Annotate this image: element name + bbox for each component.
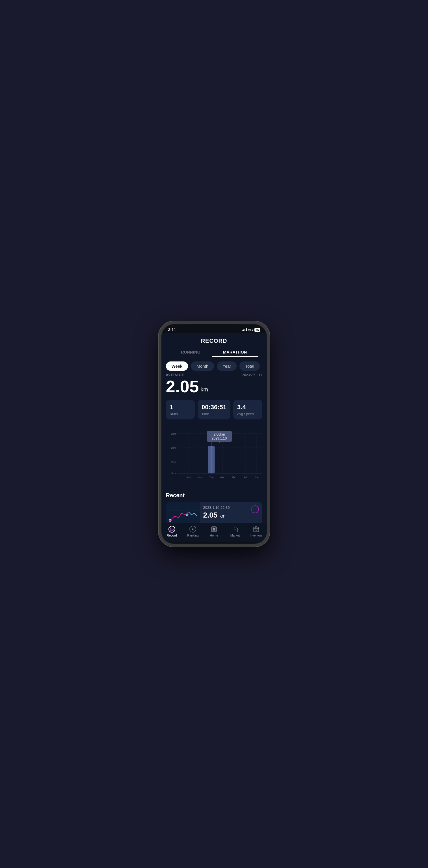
period-btn-month[interactable]: Month (191, 362, 214, 371)
nav-item-inventory[interactable]: Inventory (246, 526, 267, 537)
stat-cards: 1 Runs 00:36:51 Time 3.4 Avg.Speed (166, 400, 262, 420)
svg-text:0km: 0km (171, 472, 176, 475)
nav-label-home: Home (210, 534, 218, 537)
period-btn-week[interactable]: Week (166, 362, 188, 371)
stat-card-runs-value: 1 (170, 404, 191, 411)
stat-card-speed: 3.4 Avg.Speed (233, 400, 262, 420)
nav-item-record[interactable]: Record (161, 526, 183, 537)
svg-text:Sat: Sat (255, 476, 259, 479)
stats-section: AVERAGE 2023/2/5 - 11 2.05 km 1 Runs 00:… (161, 373, 267, 420)
network-label: 5G (248, 328, 253, 332)
battery-badge: 56 (255, 328, 260, 332)
stat-card-time-value: 00:36:51 (202, 404, 226, 411)
tooltip-distance: 2.06km (209, 432, 229, 436)
stats-date: 2023/2/5 - 11 (242, 373, 262, 377)
period-filters: Week Month Year Total (161, 357, 267, 373)
stat-card-runs-label: Runs (170, 412, 191, 416)
tooltip-date: 2023.1.10 (209, 436, 229, 440)
stat-card-runs: 1 Runs (166, 400, 195, 420)
nav-label-record: Record (167, 534, 177, 537)
chart-tooltip: 2.06km 2023.1.10 (207, 431, 232, 442)
stats-header: AVERAGE 2023/2/5 - 11 (166, 373, 262, 377)
svg-rect-38 (233, 528, 237, 532)
period-btn-total[interactable]: Total (239, 362, 260, 371)
chart-container: 2.06km 2023.1.10 (161, 431, 267, 488)
status-right: 5G 56 (242, 328, 260, 332)
nav-item-market[interactable]: Market (225, 526, 246, 537)
phone-frame: 3:11 5G 56 RECORD RUNNING MARATHON Week … (159, 321, 270, 547)
nav-label-ranking: Ranking (187, 534, 198, 537)
tabs: RUNNING MARATHON (161, 348, 267, 357)
svg-point-29 (186, 514, 188, 516)
svg-rect-39 (254, 527, 259, 532)
svg-point-28 (169, 519, 171, 522)
signal-icon (242, 328, 247, 331)
inventory-icon (253, 526, 260, 533)
svg-point-34 (171, 529, 172, 530)
main-distance-value: 2.05 (166, 378, 199, 395)
tab-marathon[interactable]: MARATHON (212, 348, 258, 356)
nav-item-home[interactable]: Home (203, 526, 225, 537)
screen: RECORD RUNNING MARATHON Week Month Year … (161, 333, 267, 541)
stat-card-speed-label: Avg.Speed (237, 412, 258, 416)
recent-title: Recent (166, 492, 262, 499)
svg-text:Fri: Fri (244, 476, 247, 479)
home-icon (210, 526, 218, 533)
nav-label-market: Market (230, 534, 240, 537)
stat-card-time-label: Time (202, 412, 226, 416)
main-distance-unit: km (200, 386, 208, 393)
app-header: RECORD (161, 333, 267, 344)
svg-text:Sun: Sun (186, 476, 191, 479)
recent-distance-unit: km (219, 514, 225, 519)
nav-label-inventory: Inventory (250, 534, 263, 537)
svg-text:3km: 3km (171, 432, 176, 435)
notch (191, 324, 237, 333)
ranking-icon (189, 526, 196, 533)
svg-text:Mon: Mon (197, 476, 202, 479)
bottom-nav: Record Ranking (161, 523, 267, 541)
progress-ring-icon (251, 505, 260, 514)
svg-text:Wed: Wed (220, 476, 225, 479)
market-icon (232, 526, 239, 533)
svg-text:Thu: Thu (232, 476, 236, 479)
svg-text:1km: 1km (171, 461, 176, 464)
page-title: RECORD (167, 338, 261, 344)
status-time: 3:11 (168, 328, 176, 332)
period-btn-year[interactable]: Year (217, 362, 237, 371)
main-distance: 2.05 km (166, 378, 262, 395)
svg-text:2km: 2km (171, 446, 176, 450)
recent-section: Recent (161, 488, 267, 527)
svg-rect-37 (213, 529, 215, 531)
stat-card-time: 00:36:51 Time (198, 400, 230, 420)
record-icon (168, 526, 175, 533)
svg-text:Tue: Tue (209, 476, 213, 479)
nav-item-ranking[interactable]: Ranking (182, 526, 203, 537)
stats-label: AVERAGE (166, 373, 184, 377)
tab-running[interactable]: RUNNING (170, 348, 212, 356)
stat-card-speed-value: 3.4 (237, 404, 258, 411)
